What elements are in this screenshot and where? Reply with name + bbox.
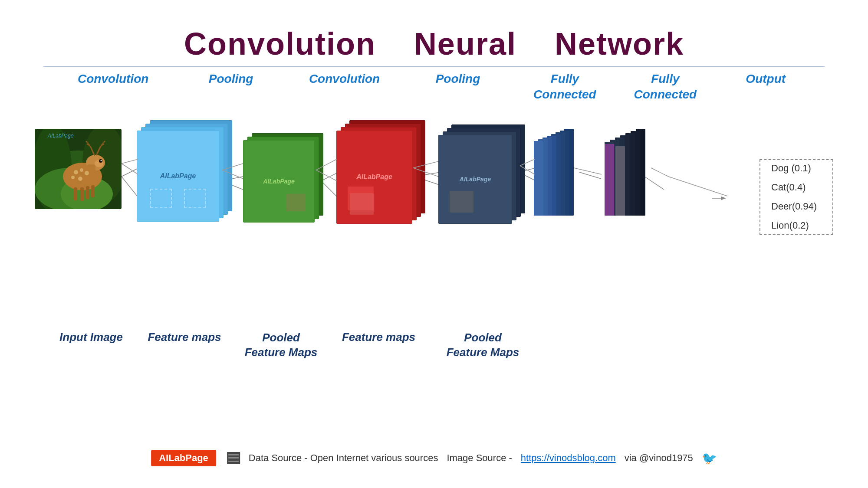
footer-data-source: Data Source - Open Internet various sour… <box>249 452 438 464</box>
stage-label-pool2: Pooling <box>436 72 480 85</box>
bottom-labels-row: Input Image Feature maps PooledFeature M… <box>22 331 846 374</box>
ailabpage-badge: AILabPage <box>151 450 216 466</box>
footer: AILabPage Data Source - Open Internet va… <box>151 450 717 466</box>
data-icon <box>227 452 240 464</box>
svg-line-11 <box>644 177 664 190</box>
label-feature-maps-2: Feature maps <box>342 331 415 344</box>
main-container: Convolution Neural Network Convolution P… <box>0 0 868 488</box>
svg-text:AILabPage: AILabPage <box>47 133 74 139</box>
svg-point-32 <box>80 168 83 172</box>
stage-label-conv2: Convolution <box>309 72 380 85</box>
svg-rect-38 <box>86 186 89 199</box>
svg-point-35 <box>78 177 82 181</box>
label-input-image: Input Image <box>59 331 123 344</box>
input-image: AILabPage <box>35 129 122 209</box>
label-pooled-feature-maps-2: PooledFeature Maps <box>447 331 519 359</box>
svg-point-33 <box>85 171 89 175</box>
svg-line-1 <box>122 168 139 177</box>
svg-line-0 <box>122 177 139 198</box>
svg-line-41 <box>122 164 138 174</box>
diagram-area: AILabPage AILabPage AILabPage <box>22 111 846 328</box>
svg-point-24 <box>101 160 102 161</box>
main-title: Convolution Neural Network <box>184 26 684 62</box>
svg-line-4 <box>321 181 339 198</box>
stage-label-pool1: Pooling <box>209 72 253 85</box>
footer-via: via @vinod1975 <box>625 452 693 464</box>
svg-point-34 <box>71 176 75 179</box>
svg-line-42 <box>122 159 138 164</box>
svg-line-53 <box>668 177 727 196</box>
svg-rect-37 <box>80 187 84 201</box>
stage-label-conv1: Convolution <box>78 72 148 85</box>
output-cat: Cat(0.4) <box>771 178 806 197</box>
title-word3: Network <box>555 26 684 61</box>
svg-rect-39 <box>91 185 95 197</box>
output-lion: Lion(0.2) <box>771 216 809 235</box>
footer-image-source: Image Source - <box>447 452 512 464</box>
output-box: Dog (0.1) Cat(0.4) Deer(0.94) Lion(0.2) <box>760 159 833 235</box>
title-word1: Convolution <box>184 26 376 61</box>
svg-rect-36 <box>74 187 77 200</box>
stage-label-fc1: FullyConnected <box>533 72 596 101</box>
svg-line-51 <box>574 168 602 174</box>
stages-row: Convolution Pooling Convolution Pooling … <box>43 71 825 103</box>
title-word2: Neural <box>414 26 516 61</box>
svg-line-10 <box>579 172 601 179</box>
svg-point-31 <box>74 170 78 174</box>
deer-illustration: AILabPage <box>35 129 122 209</box>
footer-link[interactable]: https://vinodsblog.com <box>521 452 616 464</box>
stage-label-output: Output <box>746 72 786 85</box>
divider <box>43 66 825 67</box>
output-deer: Deer(0.94) <box>771 197 817 216</box>
svg-line-5 <box>321 172 339 181</box>
output-dog: Dog (0.1) <box>771 159 811 178</box>
title-area: Convolution Neural Network <box>184 26 684 62</box>
twitter-icon: 🐦 <box>702 451 717 465</box>
label-pooled-feature-maps-1: PooledFeature Maps <box>245 331 318 359</box>
label-feature-maps-1: Feature maps <box>148 331 221 344</box>
stage-label-fc2: FullyConnected <box>634 72 697 101</box>
svg-line-52 <box>651 168 668 177</box>
